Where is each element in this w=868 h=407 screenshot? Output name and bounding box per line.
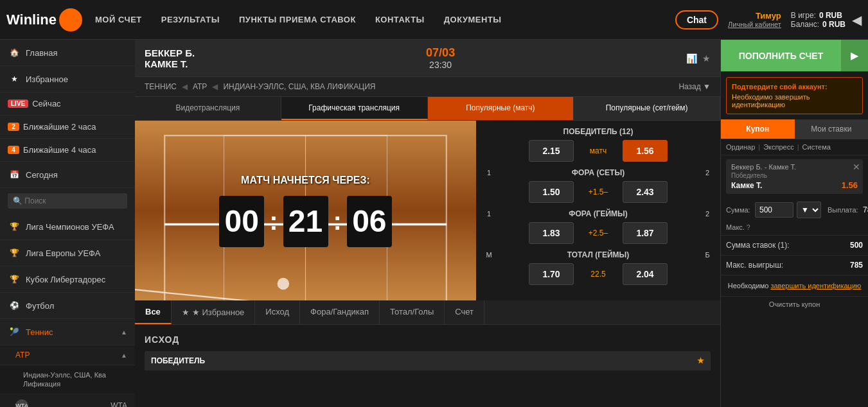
payout-label: Выплата: — [828, 206, 853, 214]
odds-total-2[interactable]: 2.04 — [623, 263, 668, 285]
deposit-button[interactable]: ПОПОЛНИТЬ СЧЕТ — [721, 40, 841, 71]
sidebar-item-today[interactable]: 📅 Сегодня — [0, 162, 135, 188]
uel-icon: 🏆 — [8, 247, 21, 259]
outcome-title: ИСХОД — [145, 334, 711, 345]
odds-winner-2[interactable]: 1.56 — [623, 140, 668, 162]
nav-item-account[interactable]: МОЙ СЧЕТ — [95, 15, 142, 24]
coupon-tab-my-bets[interactable]: Мои ставки — [795, 119, 869, 139]
countdown-digits: 00 : 21 : 06 — [219, 196, 392, 247]
odds-fora-games-2[interactable]: 1.87 — [623, 222, 668, 244]
sidebar-sub2-location[interactable]: Индиан-Уэллс, США, Ква Лификация — [0, 365, 135, 394]
tab-favorites[interactable]: ★ ★ Избранное — [172, 300, 256, 324]
logo-icon — [59, 8, 82, 31]
nav-item-contacts[interactable]: КОНТАКТЫ — [375, 15, 425, 24]
sidebar-item-tennis[interactable]: 🎾 Теннис ▲ — [0, 319, 135, 345]
sidebar-item-football[interactable]: ⚽ Футбол — [0, 293, 135, 319]
sidebar-item-4hours[interactable]: 4 Ближайшие 4 часа — [0, 139, 135, 162]
sidebar-sub-atp[interactable]: АТP ▲ — [0, 345, 135, 365]
balance-info: В игре: 0 RUB Баланс: 0 RUB — [791, 11, 846, 29]
sidebar-item-uel[interactable]: 🏆 Лига Европы УЕФА — [0, 240, 135, 266]
clear-coupon-button[interactable]: Очистить купон — [721, 296, 868, 312]
sidebar-label-ucl: Лига Чемпионов УЕФА — [26, 222, 114, 232]
nav-item-results[interactable]: РЕЗУЛЬТАТЫ — [161, 15, 220, 24]
total-row: 1.70 22.5 2.04 — [483, 263, 714, 285]
wta-icon: WTA — [15, 399, 28, 407]
bet-type-express[interactable]: Экспресс — [763, 143, 794, 151]
coupon-tab-active[interactable]: Купон — [721, 119, 795, 139]
back-label: Назад — [678, 82, 700, 91]
deposit-arrow-icon[interactable]: ▶ — [841, 40, 868, 71]
breadcrumb-back[interactable]: Назад ▼ — [678, 82, 711, 91]
search-wrap — [0, 188, 135, 214]
verify-link[interactable]: завершить идентификацию — [770, 282, 861, 290]
sidebar-item-2hours[interactable]: 2 Ближайшие 2 часа — [0, 116, 135, 139]
stream-tabs: Видеотрансляция Графическая трансляция П… — [135, 97, 720, 121]
personal-cabinet-link[interactable]: Личный кабинет — [728, 21, 781, 28]
amount-dropdown[interactable]: ▼ — [797, 202, 821, 218]
odds-group-fora-games: 1 ФОРА (ГЕЙМЫ) 2 1.83 +2.5– 1.87 — [483, 209, 714, 244]
fora-sets-num2: 2 — [701, 169, 714, 177]
stats-icon[interactable]: 📊 — [686, 53, 697, 64]
fora-sets-nums: 1 ФОРА (СЕТЫ) 2 — [483, 168, 714, 177]
tab-graphic[interactable]: Графическая трансляция — [281, 97, 428, 120]
odds-fora-sets-2[interactable]: 2.43 — [623, 181, 668, 203]
breadcrumb: ТЕННИС ◀ АТР ◀ ИНДИАН-УЭЛЛС, США, КВА ЛИ… — [135, 77, 720, 97]
fora-games-label: +2.5– — [579, 229, 617, 238]
tab-popular-set[interactable]: Популярные (сет/гейм) — [574, 97, 720, 120]
sidebar-item-ucl[interactable]: 🏆 Лига Чемпионов УЕФА — [0, 214, 135, 240]
odds-winner-1[interactable]: 2.15 — [529, 140, 574, 162]
total-b-label: Б — [701, 251, 714, 259]
tab-total[interactable]: Тотал/Голы — [380, 300, 445, 324]
sidebar-label-4hours: Ближайшие 4 часа — [23, 145, 96, 155]
coupon-tabs: Купон Мои ставки — [721, 119, 868, 139]
sidebar-sub-wta[interactable]: WTA WTA — [0, 394, 135, 407]
digit-sep-1: : — [269, 207, 278, 236]
coupon-close-button[interactable]: ✕ — [853, 162, 860, 172]
search-input[interactable] — [8, 193, 127, 209]
total-label: 22.5 — [579, 270, 617, 279]
tab-popular-match[interactable]: Популярные (матч) — [428, 97, 574, 120]
chat-button[interactable]: Chat — [675, 10, 718, 30]
tab-all[interactable]: Все — [135, 300, 172, 324]
sidebar-item-libertadores[interactable]: 🏆 Кубок Либертадорес — [0, 266, 135, 293]
bet-type-single[interactable]: Ординар — [726, 143, 755, 151]
total-bets-row: Сумма ставок (1): 500 — [721, 235, 868, 255]
main-layout: 🏠 Главная ★ Избранное LIVE Сейчас 2 Ближ… — [0, 40, 868, 407]
sidebar-label-live: Сейчас — [32, 99, 60, 108]
nav-item-documents[interactable]: ДОКУМЕНТЫ — [444, 15, 502, 24]
tab-fora[interactable]: Фора/Гандикап — [300, 300, 380, 324]
odds-fora-games-1[interactable]: 1.83 — [529, 222, 574, 244]
odds-group-winner: ПОБЕДИТЕЛЬ (12) 2.15 матч 1.56 — [483, 127, 714, 162]
in-game-value: 0 RUB — [819, 11, 842, 20]
amount-input[interactable] — [755, 202, 793, 218]
countdown-overlay: МАТЧ НАЧНЕТСЯ ЧЕРЕЗ: 00 : 21 : 06 — [135, 121, 476, 300]
match-date-block: 07/03 23:30 — [426, 46, 455, 70]
breadcrumb-location[interactable]: ИНДИАН-УЭЛЛС, США, КВА ЛИФИКАЦИЯ — [223, 82, 375, 91]
nav-item-offices[interactable]: ПУНКТЫ ПРИЕМА СТАВОК — [239, 15, 356, 24]
breadcrumb-tennis[interactable]: ТЕННИС — [145, 82, 177, 91]
odds-total-1[interactable]: 1.70 — [529, 263, 574, 285]
bet-type-system[interactable]: Система — [802, 143, 831, 151]
logo[interactable]: Winline — [6, 8, 82, 31]
tab-video[interactable]: Видеотрансляция — [135, 97, 281, 120]
fora-sets-row: 1.50 +1.5– 2.43 — [483, 181, 714, 203]
sidebar-item-live[interactable]: LIVE Сейчас — [0, 92, 135, 116]
verify-box: Подтвердите свой аккаунт: Необходимо зав… — [726, 77, 863, 114]
tab-outcome[interactable]: Исход — [255, 300, 300, 324]
winner-label: матч — [579, 146, 617, 155]
sidebar-label-2hours: Ближайшие 2 часа — [23, 122, 96, 132]
calendar-icon: 📅 — [8, 168, 21, 181]
back-arrow-icon[interactable]: ◀ — [852, 12, 862, 28]
odds-fora-sets-1[interactable]: 1.50 — [529, 181, 574, 203]
countdown-minutes: 21 — [283, 196, 328, 247]
sidebar-item-home[interactable]: 🏠 Главная — [0, 40, 135, 66]
tab-score[interactable]: Счет — [445, 300, 484, 324]
favorite-match-icon[interactable]: ★ — [702, 53, 711, 64]
live-area: МАТЧ НАЧНЕТСЯ ЧЕРЕЗ: 00 : 21 : 06 — [135, 121, 720, 300]
verify-title: Подтвердите свой аккаунт: — [732, 83, 857, 91]
breadcrumb-atp[interactable]: АТР — [193, 82, 207, 91]
max-row: Макс. ? — [721, 222, 868, 235]
chevron-up-icon-atp: ▲ — [121, 352, 127, 359]
verify-link-box: Необходимо завершить идентификацию — [721, 275, 868, 296]
sidebar-item-favorites[interactable]: ★ Избранное — [0, 66, 135, 92]
